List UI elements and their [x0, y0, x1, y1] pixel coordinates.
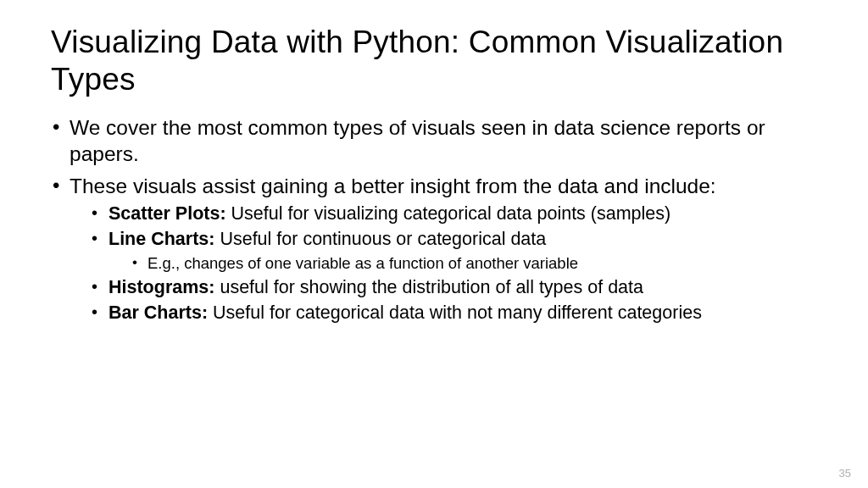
sub-bullet-label: Bar Charts: [108, 302, 213, 323]
bullet-text: These visuals assist gaining a better in… [70, 175, 716, 197]
sub-bullet-text: Useful for continuous or categorical dat… [220, 229, 546, 249]
sub-bullet-item: Histograms: useful for showing the distr… [88, 276, 817, 300]
sub-bullet-text: Useful for categorical data with not man… [213, 302, 702, 323]
sub-bullet-label: Histograms: [108, 277, 220, 297]
sub-bullet-item: Bar Charts: Useful for categorical data … [88, 302, 817, 325]
sub-bullet-label: Line Charts: [108, 229, 220, 249]
page-number: 35 [839, 467, 851, 480]
bullet-list: We cover the most common types of visual… [51, 114, 817, 325]
sub-sub-bullet-list: E.g., changes of one variable as a funct… [108, 253, 817, 274]
sub-bullet-list: Scatter Plots: Useful for visualizing ca… [70, 202, 817, 325]
sub-sub-bullet-item: E.g., changes of one variable as a funct… [127, 253, 817, 274]
bullet-item: These visuals assist gaining a better in… [51, 173, 817, 325]
sub-bullet-item: Scatter Plots: Useful for visualizing ca… [88, 202, 817, 226]
sub-bullet-text: useful for showing the distribution of a… [220, 277, 643, 297]
sub-bullet-item: Line Charts: Useful for continuous or ca… [88, 228, 817, 273]
bullet-item: We cover the most common types of visual… [51, 114, 817, 168]
sub-bullet-label: Scatter Plots: [108, 203, 231, 224]
sub-bullet-text: Useful for visualizing categorical data … [231, 203, 671, 224]
bullet-text: We cover the most common types of visual… [70, 116, 765, 165]
sub-sub-bullet-text: E.g., changes of one variable as a funct… [147, 254, 578, 272]
slide-content: We cover the most common types of visual… [51, 114, 817, 325]
slide-container: Visualizing Data with Python: Common Vis… [0, 0, 868, 325]
slide-title: Visualizing Data with Python: Common Vis… [51, 24, 817, 99]
